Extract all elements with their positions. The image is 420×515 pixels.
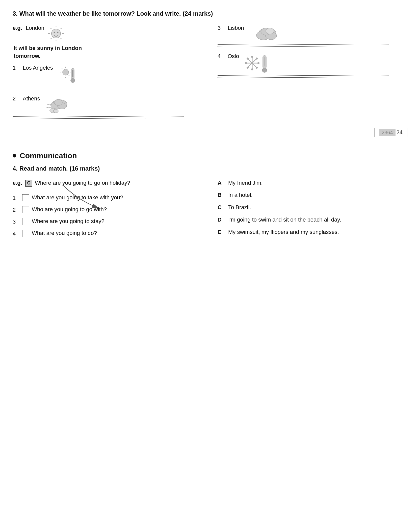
answer-E-text: My swimsuit, my flippers and my sunglass… (228, 228, 339, 236)
svg-line-8 (61, 38, 62, 39)
weather-right: 3 Lisbon (218, 25, 407, 120)
match-num-3: 3 (13, 218, 20, 226)
weather-left: e.g. London (13, 25, 202, 120)
answer-B-text: In a hotel. (228, 191, 253, 199)
match-checkbox-2[interactable] (22, 206, 29, 213)
communication-title: Communication (20, 151, 77, 160)
cloudy-icon (250, 25, 280, 42)
svg-point-31 (266, 28, 274, 34)
svg-point-0 (51, 29, 61, 38)
example-label: e.g. (13, 25, 23, 31)
answer-E-letter: E (218, 228, 225, 236)
weather-item-2: 2 Athens (13, 95, 202, 120)
dotline-2a (13, 116, 183, 117)
item1-number: 1 (13, 65, 20, 71)
answer-B: B In a hotel. (218, 191, 407, 199)
weather-item-4: 4 Oslo (218, 53, 407, 79)
match-text-1: What are you going to take with you? (32, 194, 202, 202)
svg-point-11 (63, 69, 69, 75)
svg-line-17 (69, 75, 69, 76)
marks-box: 2364 24 (13, 128, 407, 137)
svg-point-41 (256, 67, 258, 69)
svg-point-26 (53, 109, 58, 113)
svg-point-40 (247, 58, 249, 60)
marks-value: 24 (397, 129, 403, 136)
svg-point-36 (251, 56, 253, 58)
windy-cloud-icon (46, 95, 71, 114)
match-text-2: Who are you going to go with? (32, 206, 202, 213)
svg-rect-45 (264, 57, 265, 66)
dotline-2b (13, 118, 145, 119)
weather-example: e.g. London (13, 25, 202, 60)
item4-city: Oslo (228, 53, 239, 60)
communication-section: Communication 4. Read and match. (16 mar… (13, 145, 407, 238)
dotline-3a (218, 44, 388, 45)
match-arrow (58, 180, 109, 213)
dotline-1a (13, 87, 183, 87)
svg-line-16 (62, 68, 63, 69)
match-eg-label: e.g. (13, 179, 23, 187)
answer-C-text: To Brazil. (228, 204, 251, 211)
item4-number: 4 (218, 53, 225, 60)
svg-line-10 (50, 38, 51, 39)
svg-line-7 (50, 28, 51, 29)
weather-grid: e.g. London (13, 25, 407, 120)
answer-B-letter: B (218, 191, 225, 199)
example-city: London (26, 25, 44, 31)
weather-item-3: 3 Lisbon (218, 25, 407, 48)
svg-rect-19 (72, 70, 73, 77)
hot-icon (59, 65, 79, 85)
item3-city: Lisbon (228, 25, 244, 31)
match-num-4: 4 (13, 229, 20, 238)
dotline-4a (218, 75, 388, 76)
match-container: e.g. C Where are you going to go on holi… (13, 179, 407, 238)
svg-line-9 (61, 28, 62, 29)
match-item-3: 3 Where are you going to stay? (13, 218, 202, 226)
bullet-icon (13, 154, 16, 157)
svg-point-24 (54, 99, 62, 105)
svg-point-38 (245, 62, 247, 64)
item1-city: Los Angeles (23, 65, 53, 71)
dotline-1b (13, 89, 145, 89)
weather-item-1: 1 Los Angeles (13, 65, 202, 91)
item2-city: Athens (23, 95, 40, 102)
svg-point-39 (257, 62, 259, 64)
answer-A-letter: A (218, 179, 225, 187)
answer-A-text: My friend Jim. (228, 179, 263, 187)
example-answer: It will be sunny in London tomorrow. (14, 44, 202, 60)
dotline-3b (218, 46, 350, 47)
answer-D-text: I'm going to swim and sit on the beach a… (228, 216, 341, 224)
match-example-checkbox[interactable]: C (25, 180, 32, 187)
svg-point-37 (251, 68, 253, 70)
snow-icon (245, 53, 272, 73)
item2-number: 2 (13, 95, 20, 102)
svg-point-46 (262, 68, 267, 72)
svg-point-20 (71, 78, 75, 83)
dotline-4b (218, 77, 350, 78)
section4-title: 4. Read and match. (16 marks) (13, 165, 407, 172)
svg-point-2 (57, 32, 59, 33)
match-checkbox-4[interactable] (22, 230, 29, 237)
answer-D: D I'm going to swim and sit on the beach… (218, 216, 407, 224)
match-checkbox-1[interactable] (22, 194, 29, 201)
answer-E: E My swimsuit, my flippers and my sungla… (218, 228, 407, 236)
answer-C: C To Brazil. (218, 204, 407, 211)
answer-C-letter: C (218, 204, 225, 211)
match-questions: e.g. C Where are you going to go on holi… (13, 179, 202, 238)
match-text-3: Where are you going to stay? (32, 218, 202, 225)
item3-number: 3 (218, 25, 225, 31)
answer-A: A My friend Jim. (218, 179, 407, 187)
match-checkbox-3[interactable] (22, 218, 29, 225)
communication-header: Communication (13, 151, 407, 160)
match-num-1: 1 (13, 194, 20, 202)
svg-point-1 (54, 32, 55, 33)
marks-badge: 2364 24 (374, 128, 407, 137)
svg-point-43 (247, 67, 249, 69)
match-text-4: What are you going to do? (32, 229, 202, 237)
section3-title: 3. What will the weather be like tomorro… (13, 10, 407, 17)
answer-D-letter: D (218, 216, 225, 224)
match-answers: A My friend Jim. B In a hotel. C To Braz… (218, 179, 407, 238)
sun-icon (47, 25, 65, 42)
marks-gray: 2364 (379, 129, 396, 136)
match-num-2: 2 (13, 206, 20, 214)
